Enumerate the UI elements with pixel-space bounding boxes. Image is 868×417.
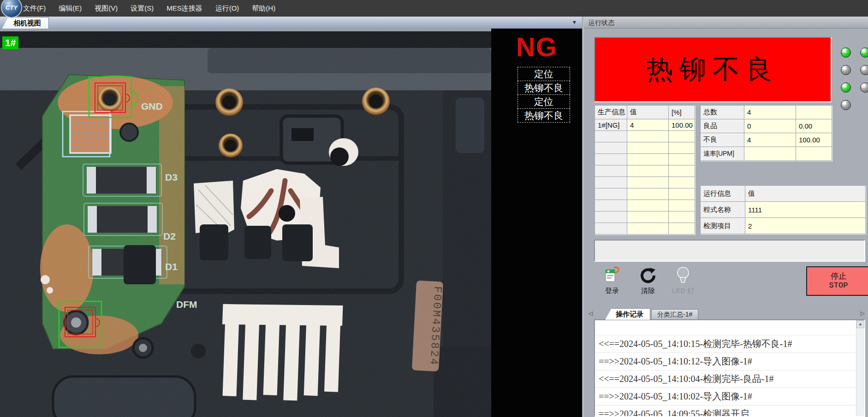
- cell-value: 2: [745, 218, 866, 234]
- menu-run[interactable]: 运行(O): [209, 0, 246, 17]
- run-status-panel: 运行状态 热铆不良 生产信息 值 [%] 1#[NG]: [584, 17, 868, 417]
- camera-tabbar: 相机视图 ▼: [0, 17, 582, 29]
- clear-label: 清除: [641, 287, 655, 295]
- table-row: [595, 188, 695, 200]
- tab-class-summary[interactable]: 分类汇总-1#: [651, 309, 698, 320]
- menu-help[interactable]: 帮助(H): [245, 0, 282, 17]
- cell-percent: 0.00: [796, 119, 832, 133]
- defect-label: 热铆不良: [517, 108, 570, 123]
- log-scrollbar[interactable]: ▲: [856, 320, 864, 416]
- clear-icon: [638, 265, 658, 285]
- log-entry[interactable]: ==>>2024-05-05_14:10:02-导入图像-1#: [595, 388, 864, 405]
- cell-percent: 100.00: [669, 119, 695, 131]
- login-button[interactable]: 登录: [597, 265, 627, 300]
- table-row: [595, 165, 695, 177]
- menu-edit[interactable]: 编辑(E): [52, 0, 88, 17]
- led-indicator: [841, 65, 851, 75]
- clear-button[interactable]: 清除: [633, 265, 663, 300]
- table-row: [595, 177, 695, 188]
- table-row: [595, 200, 695, 211]
- message-box: [594, 240, 865, 262]
- camera-photo: GND D3 D2 D1 DFM: [0, 29, 491, 417]
- table-row: 不良 4 100.00: [701, 133, 832, 147]
- result-banner: 热铆不良: [594, 37, 832, 102]
- column-header: 运行信息: [701, 186, 745, 202]
- cell-label: 总数: [701, 106, 744, 119]
- result-banner-text: 热铆不良: [647, 52, 779, 88]
- cell-value: 4: [744, 106, 796, 119]
- led-indicator: [860, 47, 868, 58]
- stop-button[interactable]: 停止 STOP: [806, 266, 868, 296]
- log-entry[interactable]: ==>>2024-05-05_14:09:55-检测器开启: [595, 405, 864, 417]
- camera-id-badge: 1#: [2, 36, 18, 49]
- camera-panel: 相机视图 ▼ 1#: [0, 17, 582, 417]
- menu-settings[interactable]: 设置(S): [124, 0, 160, 17]
- table-row: [595, 154, 695, 165]
- cell-value: 4: [627, 119, 669, 131]
- cell-value: [744, 147, 796, 161]
- cell-percent: 100.00: [796, 133, 832, 147]
- cell-value: 1111: [745, 202, 866, 218]
- table-row: [595, 131, 695, 142]
- table-row: [595, 223, 695, 235]
- led-light-label: LED 灯: [672, 287, 694, 295]
- menu-view[interactable]: 视图(V): [88, 0, 124, 17]
- stop-label-cn: 停止: [831, 272, 846, 281]
- camera-viewport: 1#: [0, 29, 582, 417]
- operation-log-list: <<==2024-05-05_14:10:15-检测完毕-热铆不良-1# ==>…: [594, 319, 865, 417]
- cell-label: 检测项目: [701, 218, 745, 234]
- led-bulb-icon: [673, 265, 693, 285]
- cell-value: 0: [744, 119, 796, 133]
- tab-scroll-right-icon[interactable]: ▷: [861, 310, 865, 317]
- cell-label: 不良: [701, 133, 744, 147]
- column-header: [%]: [669, 106, 695, 119]
- table-row: [595, 211, 695, 223]
- menu-bar: CTY 文件(F) 编辑(E) 视图(V) 设置(S) MES连接器 运行(O)…: [0, 0, 868, 17]
- table-row: 良品 0 0.00: [701, 119, 832, 133]
- cell-value: 4: [744, 133, 796, 147]
- led-indicator: [841, 47, 851, 58]
- cell-label: 速率[UPM]: [701, 147, 744, 161]
- run-status-content: 热铆不良 生产信息 值 [%] 1#[NG] 4 100.00: [584, 29, 868, 417]
- log-tabbar: ◁ 操作记录 分类汇总-1# ▷: [584, 307, 868, 319]
- log-entry[interactable]: <<==2024-05-05_14:10:04-检测完毕-良品-1#: [595, 370, 864, 388]
- tab-operation-log[interactable]: 操作记录: [605, 308, 650, 320]
- chevron-down-icon[interactable]: ▼: [572, 19, 577, 25]
- photo-grain: [0, 29, 491, 417]
- cell-station: 1#[NG]: [595, 119, 627, 131]
- defect-label: 定位: [517, 67, 570, 81]
- table-row: [595, 142, 695, 154]
- cell-percent: [796, 106, 832, 119]
- stop-label-en: STOP: [829, 281, 848, 290]
- log-entry[interactable]: <<==2024-05-05_14:10:15-检测完毕-热铆不良-1#: [595, 335, 864, 353]
- application-window: CTY 文件(F) 编辑(E) 视图(V) 设置(S) MES连接器 运行(O)…: [0, 0, 868, 417]
- log-empty-row: [595, 320, 864, 335]
- login-icon: [602, 265, 622, 285]
- menu-mes-connector[interactable]: MES连接器: [160, 0, 209, 17]
- cell-percent: [796, 147, 832, 161]
- menu-items: 文件(F) 编辑(E) 视图(V) 设置(S) MES连接器 运行(O) 帮助(…: [17, 0, 282, 17]
- log-entry[interactable]: ==>>2024-05-05_14:10:12-导入图像-1#: [595, 353, 864, 370]
- column-header: 值: [745, 186, 866, 202]
- table-row: 检测项目 2: [701, 218, 866, 234]
- led-light-button[interactable]: LED 灯: [668, 265, 698, 300]
- login-label: 登录: [605, 287, 619, 295]
- defect-label: 定位: [517, 94, 570, 109]
- cell-label: 良品: [701, 119, 744, 133]
- result-strip: NG 定位 热铆不良 定位 热铆不良: [491, 29, 582, 417]
- tab-camera-view[interactable]: 相机视图: [2, 17, 49, 29]
- defect-label: 热铆不良: [517, 81, 570, 95]
- defect-label-stack: 定位 热铆不良 定位 热铆不良: [517, 67, 570, 123]
- table-row: 速率[UPM]: [701, 147, 832, 161]
- table-row: 程式名称 1111: [701, 202, 866, 218]
- led-indicator: [860, 82, 868, 93]
- column-header: 生产信息: [595, 106, 627, 119]
- tab-scroll-left-icon[interactable]: ◁: [589, 310, 593, 317]
- led-indicator: [841, 100, 851, 110]
- table-row: 总数 4: [701, 106, 832, 119]
- led-indicator: [860, 65, 868, 75]
- led-indicator: [841, 82, 851, 93]
- run-info-table: 运行信息 值 程式名称 1111 检测项目 2: [700, 185, 866, 234]
- scroll-up-icon[interactable]: ▲: [856, 320, 864, 328]
- table-row: 1#[NG] 4 100.00: [595, 119, 695, 131]
